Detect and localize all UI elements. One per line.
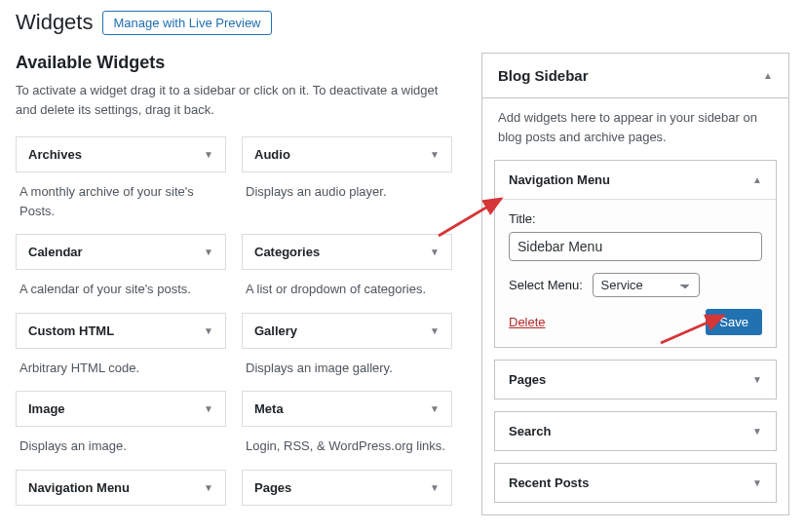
widget-name: Calendar	[28, 245, 83, 259]
widget-item-collapsed: Search ▼	[494, 411, 777, 451]
select-menu-label: Select Menu:	[509, 278, 583, 292]
widget-item-title: Recent Posts	[509, 475, 589, 490]
sidebar-area: Blog Sidebar ▲ Add widgets here to appea…	[481, 53, 789, 515]
select-menu-dropdown[interactable]: Service	[593, 273, 700, 297]
delete-link[interactable]: Delete	[509, 315, 546, 329]
page-title: Widgets	[16, 10, 93, 35]
available-widget-card[interactable]: Pages ▼	[242, 470, 452, 506]
sidebar-description: Add widgets here to appear in your sideb…	[482, 98, 788, 160]
widget-item-title: Pages	[509, 372, 546, 387]
widget-item-header[interactable]: Pages ▼	[495, 361, 776, 399]
caret-down-icon: ▼	[204, 247, 213, 257]
save-button[interactable]: Save	[706, 309, 762, 335]
available-widget-card[interactable]: Image ▼	[16, 391, 226, 427]
caret-up-icon: ▲	[763, 70, 773, 81]
sidebar-header[interactable]: Blog Sidebar ▲	[482, 54, 788, 98]
available-widgets-help: To activate a widget drag it to a sideba…	[16, 81, 452, 119]
caret-down-icon: ▼	[752, 374, 762, 385]
widget-item-collapsed: Recent Posts ▼	[494, 463, 777, 503]
widget-name: Image	[28, 401, 65, 416]
available-widget-card[interactable]: Calendar ▼	[16, 234, 226, 270]
widget-description: Arbitrary HTML code.	[16, 349, 226, 392]
caret-down-icon: ▼	[204, 325, 213, 336]
title-input[interactable]	[509, 232, 762, 261]
live-preview-button[interactable]: Manage with Live Preview	[102, 11, 271, 35]
widget-description: A monthly archive of your site's Posts.	[16, 172, 226, 234]
widget-name: Pages	[254, 480, 291, 495]
sidebar-title: Blog Sidebar	[498, 67, 589, 84]
widget-description: Displays an image.	[16, 427, 226, 470]
caret-down-icon: ▼	[430, 149, 440, 160]
widget-item-header[interactable]: Recent Posts ▼	[495, 464, 776, 502]
caret-down-icon: ▼	[752, 426, 762, 437]
caret-down-icon: ▼	[430, 247, 440, 257]
available-widget-card[interactable]: Categories ▼	[242, 234, 452, 270]
available-widget-card[interactable]: Navigation Menu ▼	[16, 470, 226, 506]
caret-down-icon: ▼	[752, 477, 762, 488]
widget-item-collapsed: Pages ▼	[494, 360, 777, 399]
widget-description: A calendar of your site's posts.	[16, 270, 226, 313]
available-widget-card[interactable]: Archives ▼	[16, 136, 226, 172]
caret-down-icon: ▼	[430, 403, 440, 414]
caret-down-icon: ▼	[204, 482, 213, 493]
widget-item-header[interactable]: Navigation Menu ▲	[495, 161, 776, 199]
available-widgets-heading: Available Widgets	[16, 53, 452, 73]
widget-description: Displays an audio player.	[242, 172, 452, 234]
available-widget-card[interactable]: Gallery ▼	[242, 313, 452, 349]
widget-name: Navigation Menu	[28, 480, 130, 495]
widget-item-title: Navigation Menu	[509, 172, 610, 187]
widget-description: Login, RSS, & WordPress.org links.	[242, 427, 452, 470]
widget-description: A list or dropdown of categories.	[242, 270, 452, 313]
title-label: Title:	[509, 211, 762, 226]
widget-name: Archives	[28, 147, 82, 162]
caret-down-icon: ▼	[204, 403, 213, 414]
widget-name: Audio	[254, 147, 290, 162]
available-widget-card[interactable]: Audio ▼	[242, 136, 452, 172]
widget-item-title: Search	[509, 424, 551, 438]
widget-name: Gallery	[254, 323, 297, 338]
caret-up-icon: ▲	[752, 174, 762, 185]
available-widget-card[interactable]: Custom HTML ▼	[16, 313, 226, 349]
widget-item-navigation-menu: Navigation Menu ▲ Title: Select Menu: Se…	[494, 160, 777, 348]
available-widget-card[interactable]: Meta ▼	[242, 391, 452, 427]
widget-name: Custom HTML	[28, 323, 114, 338]
widget-item-header[interactable]: Search ▼	[495, 412, 776, 450]
widget-name: Categories	[254, 245, 320, 259]
widget-description: Displays an image gallery.	[242, 349, 452, 392]
caret-down-icon: ▼	[430, 482, 440, 493]
widget-name: Meta	[254, 401, 284, 416]
caret-down-icon: ▼	[204, 149, 213, 160]
caret-down-icon: ▼	[430, 325, 440, 336]
